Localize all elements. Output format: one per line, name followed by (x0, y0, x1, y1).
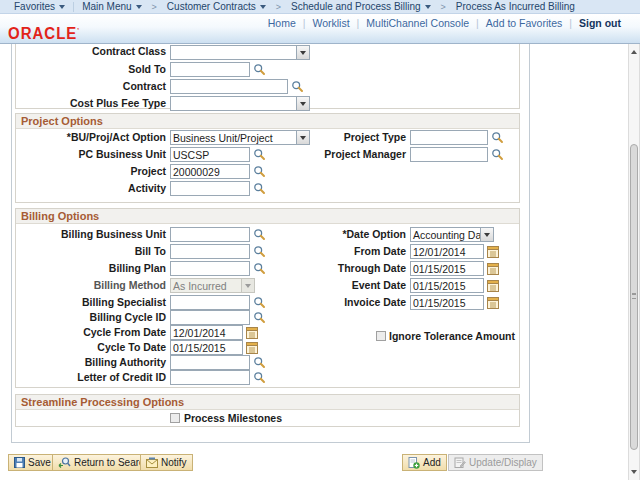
event-date-label: Event Date (240, 278, 406, 293)
breadcrumb-main-menu[interactable]: Main Menu (76, 0, 147, 13)
calendar-icon[interactable] (487, 296, 500, 309)
lookup-icon[interactable] (253, 182, 266, 195)
add-button[interactable]: Add (402, 454, 447, 471)
save-button-label: Save (28, 457, 51, 468)
invoice-date-input[interactable] (410, 295, 484, 310)
home-link[interactable]: Home (268, 17, 296, 29)
calendar-icon[interactable] (487, 262, 500, 275)
from-date-input[interactable] (410, 244, 484, 259)
bill-to-label: Bill To (10, 244, 166, 259)
billing-cycle-id-input[interactable] (170, 310, 250, 325)
return-to-search-icon (58, 457, 71, 468)
vertical-scrollbar[interactable] (628, 44, 640, 480)
calendar-icon[interactable] (246, 326, 259, 339)
calendar-icon[interactable] (487, 279, 500, 292)
scrollbar-up-button[interactable] (629, 46, 639, 58)
breadcrumb-customer-contracts[interactable]: Customer Contracts (161, 0, 272, 13)
cost-plus-fee-type-value (171, 97, 296, 110)
cycle-from-date-input[interactable] (170, 325, 243, 340)
streamline-options-title: Streamline Processing Options (16, 395, 519, 410)
link-separator: | (569, 17, 572, 29)
sign-out-link[interactable]: Sign out (579, 17, 621, 29)
lookup-icon[interactable] (491, 148, 504, 161)
breadcrumb-schedule-billing-label: Schedule and Process Billing (291, 1, 421, 12)
event-date-input[interactable] (410, 278, 484, 293)
bill-to-input[interactable] (170, 244, 250, 259)
pc-business-unit-label: PC Business Unit (10, 147, 166, 162)
calendar-icon[interactable] (487, 245, 500, 258)
add-to-favorites-link[interactable]: Add to Favorites (486, 17, 562, 29)
cycle-to-date-label: Cycle To Date (10, 340, 166, 355)
lookup-icon[interactable] (253, 371, 266, 384)
multichannel-console-link[interactable]: MultiChannel Console (366, 17, 469, 29)
cost-plus-fee-type-label: Cost Plus Fee Type (10, 96, 166, 111)
contract-class-value (171, 46, 296, 59)
lookup-icon[interactable] (253, 63, 266, 76)
lookup-icon[interactable] (291, 80, 304, 93)
breadcrumb-current-page: Process As Incurred Billing (450, 0, 581, 13)
cost-plus-fee-type-select[interactable] (170, 96, 310, 111)
update-display-icon (454, 457, 466, 469)
calendar-icon[interactable] (246, 341, 259, 354)
process-milestones-checkbox[interactable] (170, 413, 180, 423)
worklist-link[interactable]: Worklist (312, 17, 349, 29)
pc-business-unit-input[interactable] (170, 147, 250, 162)
save-icon (14, 457, 25, 468)
contract-class-select[interactable] (170, 45, 310, 60)
breadcrumb-favorites-label: Favorites (14, 1, 55, 12)
chevron-down-icon (300, 51, 306, 55)
project-input[interactable] (170, 164, 250, 179)
date-option-value: Accounting Date (411, 228, 480, 241)
breadcrumb-favorites[interactable]: Favorites (8, 0, 71, 13)
oracle-logo: ORACLE’ (8, 25, 80, 43)
chevron-down-icon (136, 5, 142, 9)
breadcrumb-divider (73, 2, 74, 12)
notify-button[interactable]: Notify (140, 454, 193, 471)
link-separator: | (476, 17, 479, 29)
date-option-select[interactable]: Accounting Date (410, 227, 494, 242)
billing-options-title: Billing Options (16, 209, 519, 224)
breadcrumb-schedule-billing[interactable]: Schedule and Process Billing (285, 0, 437, 13)
sold-to-input[interactable] (170, 62, 250, 77)
billing-business-unit-label: Billing Business Unit (10, 227, 166, 242)
billing-method-value: As Incurred (171, 279, 241, 292)
project-type-label: Project Type (240, 130, 406, 145)
through-date-input[interactable] (410, 261, 484, 276)
billing-authority-label: Billing Authority (10, 355, 166, 370)
billing-plan-input[interactable] (170, 261, 250, 276)
billing-cycle-id-label: Billing Cycle ID (10, 310, 166, 325)
lookup-icon[interactable] (491, 131, 504, 144)
dropdown-button[interactable] (296, 97, 309, 110)
add-button-label: Add (423, 457, 441, 468)
activity-input[interactable] (170, 181, 250, 196)
cycle-to-date-input[interactable] (170, 340, 243, 355)
ignore-tolerance-checkbox[interactable] (376, 331, 386, 341)
contract-input[interactable] (170, 79, 288, 94)
date-option-label: *Date Option (240, 227, 406, 242)
letter-of-credit-id-input[interactable] (170, 370, 250, 385)
billing-authority-input[interactable] (170, 355, 250, 370)
dropdown-button[interactable] (480, 228, 493, 241)
lookup-icon[interactable] (253, 165, 266, 178)
lookup-icon[interactable] (253, 311, 266, 324)
project-manager-input[interactable] (410, 147, 488, 162)
billing-specialist-input[interactable] (170, 295, 250, 310)
dropdown-button[interactable] (296, 46, 309, 59)
process-milestones-label: Process Milestones (184, 412, 282, 425)
bu-proj-act-option-label: *BU/Proj/Act Option (10, 130, 166, 145)
letter-of-credit-id-label: Letter of Credit ID (10, 370, 166, 385)
ignore-tolerance-label: Ignore Tolerance Amount (389, 330, 515, 343)
save-button[interactable]: Save (8, 454, 57, 471)
project-type-input[interactable] (410, 130, 488, 145)
chevron-down-icon (59, 5, 65, 9)
lookup-icon[interactable] (253, 356, 266, 369)
breadcrumb-customer-contracts-label: Customer Contracts (167, 1, 256, 12)
scrollbar-down-button[interactable] (629, 466, 639, 478)
project-label: Project (10, 164, 166, 179)
from-date-label: From Date (240, 244, 406, 259)
breadcrumb-separator: > (276, 2, 281, 12)
page-header: ORACLE’ Home | Worklist | MultiChannel C… (0, 14, 640, 44)
billing-business-unit-input[interactable] (170, 227, 250, 242)
activity-label: Activity (10, 181, 166, 196)
scrollbar-thumb[interactable] (630, 144, 638, 450)
